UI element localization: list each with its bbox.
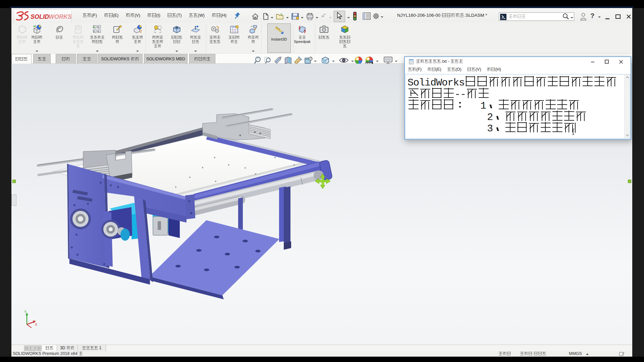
svg-text:X: X (35, 323, 37, 326)
svg-text:Y: Y (24, 310, 26, 314)
svg-text:WORKS: WORKS (49, 13, 71, 20)
svg-text:SOLID: SOLID (31, 13, 49, 20)
